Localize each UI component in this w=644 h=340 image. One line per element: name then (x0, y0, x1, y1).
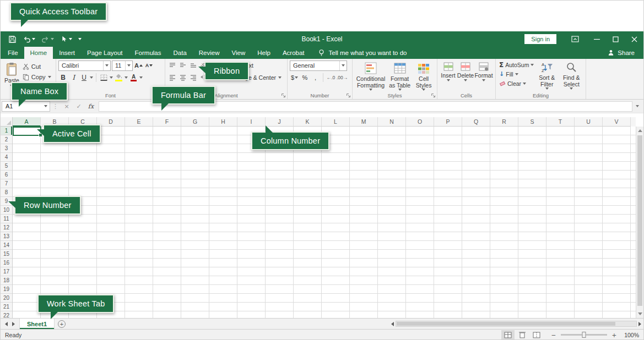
undo-button[interactable] (20, 32, 37, 46)
column-header-S[interactable]: S (518, 117, 546, 127)
vertical-scrollbar-thumb[interactable] (637, 135, 642, 306)
page-layout-view-button[interactable] (516, 330, 529, 339)
zoom-out-button[interactable]: − (550, 332, 558, 338)
align-bottom-button[interactable] (188, 61, 198, 70)
row-header-22[interactable]: 22 (1, 311, 12, 318)
menu-tab-file[interactable]: File (2, 47, 24, 59)
horizontal-scrollbar-thumb[interactable] (397, 322, 615, 326)
row-header-12[interactable]: 12 (1, 223, 12, 232)
zoom-slider[interactable] (561, 334, 607, 336)
find-select-button[interactable]: Find & Select (559, 60, 583, 92)
select-all-corner[interactable] (1, 117, 13, 127)
insert-function-button[interactable]: fx (85, 103, 97, 110)
alignment-dialog-launcher[interactable] (281, 93, 286, 98)
zoom-slider-thumb[interactable] (582, 332, 586, 338)
column-header-M[interactable]: M (350, 117, 378, 127)
enter-button[interactable]: ✓ (73, 103, 85, 110)
cut-button[interactable]: Cut (21, 61, 53, 72)
align-center-button[interactable] (178, 73, 187, 83)
decrease-font-size-button[interactable]: A (144, 61, 154, 70)
fill-button[interactable]: ↓ Fill (498, 69, 534, 79)
row-header-17[interactable]: 17 (1, 267, 12, 276)
scroll-down-icon[interactable] (638, 312, 642, 315)
row-header-4[interactable]: 4 (1, 153, 12, 162)
column-header-I[interactable]: I (237, 117, 266, 127)
row-header-20[interactable]: 20 (1, 294, 12, 303)
underline-button[interactable]: U (79, 73, 89, 83)
copy-button[interactable]: Copy (21, 72, 53, 82)
row-header-13[interactable]: 13 (1, 232, 12, 241)
bold-button[interactable]: B (58, 73, 68, 83)
menu-tab-home[interactable]: Home (24, 47, 53, 59)
menu-tab-review[interactable]: Review (193, 47, 226, 59)
percent-style-button[interactable]: % (300, 73, 310, 83)
column-header-G[interactable]: G (181, 117, 209, 127)
column-header-A[interactable]: A (13, 117, 41, 127)
menu-tab-insert[interactable]: Insert (53, 47, 81, 59)
page-break-view-button[interactable] (530, 330, 543, 339)
align-middle-button[interactable] (178, 61, 187, 70)
row-header-5[interactable]: 5 (1, 162, 12, 171)
column-header-R[interactable]: R (490, 117, 518, 127)
insert-cells-button[interactable]: Insert (440, 60, 457, 92)
increase-decimal-button[interactable]: ←.0 (326, 73, 335, 83)
cancel-button[interactable]: × (61, 103, 73, 110)
column-header-U[interactable]: U (575, 117, 603, 127)
format-cells-button[interactable]: Format (474, 60, 493, 92)
row-header-11[interactable]: 11 (1, 215, 12, 223)
font-color-button[interactable]: A (129, 73, 138, 83)
font-name-select[interactable]: Calibri (58, 61, 111, 71)
row-header-8[interactable]: 8 (1, 188, 12, 197)
scroll-right-icon[interactable] (638, 322, 641, 326)
row-header-19[interactable]: 19 (1, 285, 12, 294)
increase-font-size-button[interactable]: A (134, 61, 143, 70)
row-header-21[interactable]: 21 (1, 303, 12, 311)
share-button[interactable]: Share (607, 47, 643, 59)
decrease-decimal-button[interactable]: .00→ (337, 73, 348, 83)
menu-tab-page-layout[interactable]: Page Layout (81, 47, 129, 59)
grid-cells[interactable] (13, 127, 636, 318)
number-format-select[interactable]: General (290, 61, 347, 71)
column-header-K[interactable]: K (294, 117, 322, 127)
menu-tab-formulas[interactable]: Formulas (129, 47, 167, 59)
scroll-left-icon[interactable] (391, 322, 394, 326)
row-header-16[interactable]: 16 (1, 259, 12, 267)
row-header-2[interactable]: 2 (1, 135, 12, 144)
conditional-formatting-button[interactable]: Conditional Formatting (355, 60, 387, 92)
cell-styles-button[interactable]: Cell Styles (413, 60, 435, 92)
row-header-1[interactable]: 1 (1, 127, 12, 135)
redo-button[interactable] (39, 32, 56, 46)
column-header-F[interactable]: F (153, 117, 181, 127)
previous-sheet-icon[interactable] (5, 322, 8, 326)
customize-quick-access-button[interactable] (76, 32, 84, 46)
save-button[interactable] (6, 32, 19, 46)
menu-tab-acrobat[interactable]: Acrobat (277, 47, 311, 59)
next-sheet-icon[interactable] (12, 322, 15, 326)
column-header-P[interactable]: P (434, 117, 462, 127)
row-header-6[interactable]: 6 (1, 171, 12, 179)
menu-tab-help[interactable]: Help (251, 47, 277, 59)
number-dialog-launcher[interactable] (346, 93, 351, 98)
formula-bar-resizer[interactable]: ⋮ (50, 103, 61, 110)
sign-in-button[interactable]: Sign in (524, 34, 556, 44)
sort-filter-button[interactable]: AZ Sort & Filter (534, 60, 559, 92)
align-top-button[interactable] (167, 61, 177, 70)
column-header-E[interactable]: E (125, 117, 153, 127)
autosum-button[interactable]: Σ AutoSum (498, 60, 534, 69)
touch-mouse-mode-button[interactable] (58, 32, 74, 46)
row-header-7[interactable]: 7 (1, 179, 12, 188)
format-as-table-button[interactable]: Format as Table (387, 60, 413, 92)
zoom-in-button[interactable]: + (610, 332, 618, 338)
row-header-3[interactable]: 3 (1, 144, 12, 153)
column-header-N[interactable]: N (378, 117, 406, 127)
minimize-button[interactable] (587, 31, 606, 47)
column-header-H[interactable]: H (209, 117, 237, 127)
menu-tab-data[interactable]: Data (167, 47, 193, 59)
borders-button[interactable] (99, 73, 109, 83)
expand-formula-bar-button[interactable] (632, 105, 642, 107)
column-header-Q[interactable]: Q (462, 117, 490, 127)
column-header-T[interactable]: T (546, 117, 575, 127)
column-header-V[interactable]: V (603, 117, 631, 127)
row-header-15[interactable]: 15 (1, 250, 12, 259)
name-box[interactable]: A1 (2, 101, 50, 112)
